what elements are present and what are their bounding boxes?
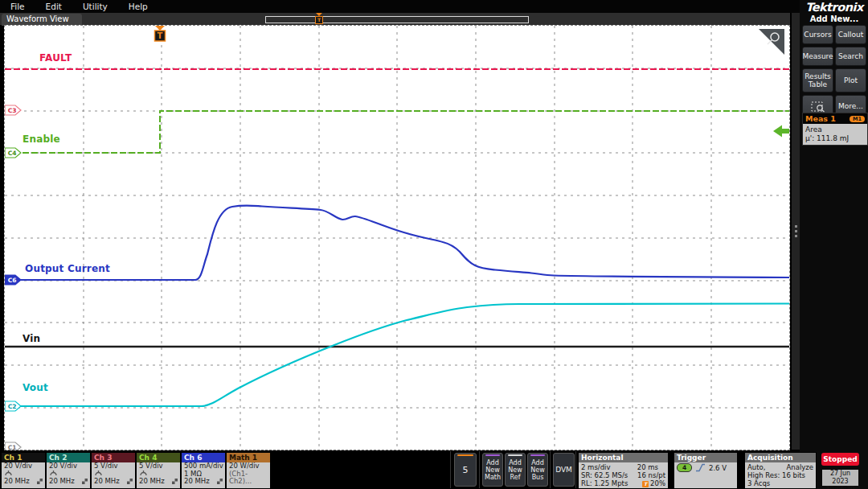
ch2-badge[interactable]: Ch 2 20 V/div 20 MHz (46, 452, 91, 489)
acquisition-title: Acquisition (745, 453, 816, 462)
probe-icon (139, 471, 148, 476)
splitter-dot (795, 225, 797, 228)
horizontal-title: Horizontal (579, 453, 668, 462)
panel-splitter[interactable] (792, 13, 800, 450)
svg-text:C3: C3 (8, 107, 17, 114)
meas1-type: Area (805, 125, 865, 134)
svg-text:C6: C6 (8, 277, 17, 284)
cursors-button[interactable]: Cursors (802, 25, 833, 44)
steps-icon (217, 479, 223, 485)
waveform-graticule[interactable]: T C3 C4 C6 C2 C1 FAULT (4, 25, 790, 450)
menu-file[interactable]: File (0, 2, 35, 11)
purple-stripe (485, 454, 500, 456)
svg-text:C4: C4 (8, 150, 17, 157)
rising-edge-icon (695, 463, 706, 472)
menu-bar: File Edit Utility Help (0, 0, 868, 13)
channel-marker-c2[interactable]: C2 (5, 401, 21, 411)
ch3-scale: 5 V/div (94, 462, 133, 471)
trigger-position-marker[interactable]: T (155, 26, 166, 41)
steps-icon (127, 479, 133, 485)
ch1-scale: 20 V/div (4, 462, 43, 471)
channel-marker-c4[interactable]: C4 (5, 148, 21, 158)
callout-button[interactable]: Callout (835, 25, 866, 44)
trigger-badge[interactable]: Trigger 4 2.6 V (674, 452, 738, 489)
ch6-badge[interactable]: Ch 6 500 mA/div 1 MΩ 20 MHz (181, 452, 226, 489)
acq-count: 3 Acqs (747, 479, 813, 487)
trigger-source-pill: 4 (677, 463, 692, 472)
svg-text:C2: C2 (8, 403, 17, 410)
meas1-chip: M1 (850, 116, 865, 122)
divider (550, 451, 551, 488)
zoom-box-flag[interactable] (759, 29, 784, 55)
add-new-math-button[interactable]: AddNewMath (482, 453, 503, 487)
ch4-bandwidth: 20 MHz (139, 478, 165, 486)
svg-text:C1: C1 (8, 444, 17, 450)
meas1-badge[interactable]: Meas 1 M1 Area μ': 111.8 mJ (802, 113, 868, 146)
trigger-level: 2.6 V (709, 464, 727, 472)
ch3-badge[interactable]: Ch 3 5 V/div 20 MHz (91, 452, 136, 489)
plot-button[interactable]: Plot (835, 68, 866, 92)
run-stop-status-button[interactable]: Stopped (821, 453, 859, 466)
add-new-ref-button[interactable]: AddNewRef (505, 453, 526, 487)
menu-utility[interactable]: Utility (72, 2, 118, 11)
trigger-level-arrow[interactable] (773, 125, 789, 138)
output-current-trace-ch6 (5, 205, 789, 280)
horizontal-badge[interactable]: Horizontal 2 ms/div20 ms SR: 62.5 MS/s16… (578, 452, 669, 489)
dvm-button[interactable]: DVM (553, 453, 575, 487)
acq-mode: Auto, (747, 463, 765, 471)
probe-icon (94, 471, 103, 476)
ch6-bandwidth: 20 MHz (184, 478, 210, 486)
meas1-value: μ': 111.8 mJ (805, 134, 865, 143)
gray-stripe (508, 454, 522, 456)
ch4-badge[interactable]: Ch 4 5 V/div 20 MHz (136, 452, 181, 489)
channel-marker-c3[interactable]: C3 (5, 105, 21, 115)
menu-help[interactable]: Help (118, 2, 158, 11)
acq-analyze: Analyze (787, 463, 814, 471)
ch4-scale: 5 V/div (139, 462, 178, 471)
menu-edit[interactable]: Edit (35, 2, 72, 11)
steps-icon (37, 479, 43, 485)
math1-badge[interactable]: Math 1 20 W/div (Ch1-Ch2)... (226, 452, 271, 489)
math1-source: (Ch1-Ch2)... (229, 471, 268, 486)
orange-stripe (457, 454, 473, 456)
measure-button[interactable]: Measure (802, 47, 833, 66)
record-duration: 20 ms (637, 463, 658, 471)
divider (450, 451, 451, 488)
sample-rate: SR: 62.5 MS/s (581, 471, 628, 479)
grid-lines (5, 26, 789, 450)
time: 10:06:20 (822, 486, 858, 489)
sidebar-buttons: Cursors Callout Measure Search Results T… (802, 25, 866, 117)
trigger-title: Trigger (674, 453, 737, 462)
waveform-view-tab[interactable]: Waveform View (2, 14, 82, 26)
channel-marker-c6[interactable]: C6 (5, 275, 21, 285)
ch2-scale: 20 V/div (49, 462, 88, 471)
record-view-bar[interactable] (265, 16, 529, 23)
ch1-bandwidth: 20 MHz (4, 478, 30, 486)
results-table-button[interactable]: Results Table (802, 68, 833, 92)
divider (479, 451, 480, 488)
vout-label: Vout (23, 382, 48, 393)
tektronix-logo: Tektronix (802, 1, 866, 14)
channel-marker-c1[interactable]: C1 (5, 442, 21, 450)
divider (575, 451, 576, 488)
vin-label: Vin (23, 333, 40, 344)
output-current-label: Output Current (25, 263, 110, 274)
ch2-bandwidth: 20 MHz (49, 478, 75, 486)
splitter-dot (795, 230, 797, 232)
search-button[interactable]: Search (835, 47, 866, 66)
timebase: 2 ms/div (581, 463, 610, 471)
count-button[interactable]: 5 (454, 453, 477, 487)
record-trigger-position-icon[interactable]: T (315, 13, 322, 22)
add-new-bus-button[interactable]: AddNewBus (527, 453, 548, 487)
svg-text:T: T (158, 31, 163, 40)
steps-icon (172, 479, 178, 485)
sample-interval: 16 ns/pt (637, 471, 665, 479)
splitter-dot (795, 235, 797, 237)
probe-icon (49, 471, 58, 476)
zoom-box-icon (811, 101, 825, 113)
acquisition-badge[interactable]: Acquisition Auto,Analyze High Res: 16 bi… (744, 452, 817, 489)
date: 27 Jun 2023 (822, 470, 858, 486)
fault-label: FAULT (39, 52, 72, 64)
ch1-badge[interactable]: Ch 1 20 V/div 20 MHz (1, 452, 46, 489)
waveform-plot: T C3 C4 C6 C2 C1 (5, 26, 789, 450)
